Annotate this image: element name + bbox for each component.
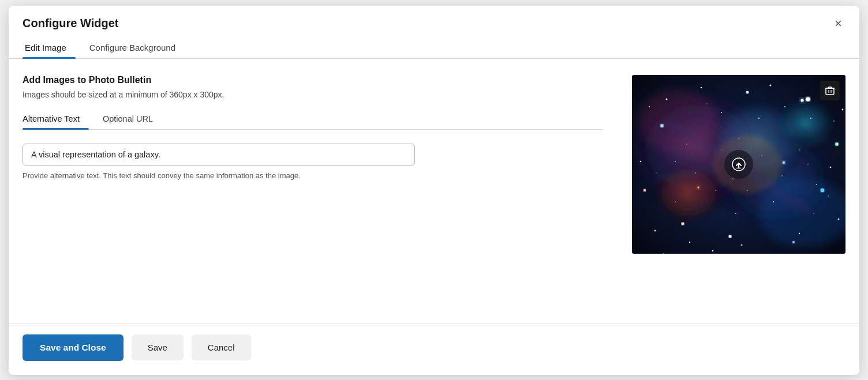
upload-image-button[interactable] — [724, 150, 753, 179]
trash-icon — [825, 85, 835, 96]
modal-header: Configure Widget × — [9, 6, 859, 31]
svg-point-52 — [813, 213, 814, 213]
alt-text-input[interactable] — [23, 144, 415, 165]
svg-point-20 — [769, 84, 771, 86]
svg-point-9 — [806, 97, 810, 101]
right-panel — [626, 75, 845, 312]
svg-point-38 — [735, 213, 736, 214]
tab-edit-image[interactable]: Edit Image — [23, 38, 76, 58]
svg-point-28 — [640, 160, 642, 162]
svg-point-16 — [728, 235, 731, 238]
svg-point-23 — [830, 166, 832, 168]
save-button[interactable]: Save — [132, 334, 184, 360]
sub-tab-alternative-text[interactable]: Alternative Text — [23, 111, 89, 129]
svg-point-30 — [712, 250, 713, 251]
svg-point-18 — [665, 98, 667, 100]
svg-point-45 — [686, 144, 687, 144]
svg-point-60 — [800, 99, 803, 101]
image-container — [632, 75, 845, 254]
svg-point-42 — [833, 121, 835, 122]
svg-point-21 — [810, 117, 811, 118]
svg-point-31 — [675, 161, 676, 162]
svg-point-62 — [697, 186, 699, 188]
svg-point-53 — [675, 201, 675, 202]
modal-footer: Save and Close Save Cancel — [9, 323, 859, 375]
svg-point-25 — [799, 232, 800, 234]
svg-point-22 — [842, 108, 844, 110]
svg-point-37 — [773, 201, 774, 202]
svg-point-43 — [649, 106, 650, 107]
svg-point-12 — [681, 222, 684, 225]
svg-point-27 — [689, 241, 690, 242]
configure-widget-modal: Configure Widget × Edit Image Configure … — [9, 6, 859, 375]
sub-tabs-row: Alternative Text Optional URL — [23, 111, 603, 130]
upload-icon — [732, 157, 746, 171]
svg-point-51 — [828, 195, 828, 196]
svg-point-58 — [783, 161, 785, 164]
svg-point-15 — [643, 189, 646, 191]
svg-point-24 — [837, 218, 839, 220]
svg-point-14 — [835, 142, 839, 146]
tab-configure-background[interactable]: Configure Background — [87, 38, 185, 58]
modal-title: Configure Widget — [23, 17, 118, 30]
svg-point-10 — [660, 124, 664, 127]
left-panel: Add Images to Photo Bulletin Images shou… — [23, 75, 603, 312]
tabs-row: Edit Image Configure Background — [9, 31, 859, 59]
svg-point-47 — [732, 178, 733, 179]
svg-point-32 — [721, 112, 722, 113]
svg-point-11 — [821, 188, 824, 191]
svg-point-13 — [746, 91, 749, 93]
svg-point-39 — [715, 190, 716, 191]
svg-point-34 — [758, 118, 760, 119]
section-title: Add Images to Photo Bulletin — [23, 75, 603, 85]
section-subtitle: Images should be sized at a minimum of 3… — [23, 90, 603, 99]
svg-point-19 — [701, 86, 702, 88]
save-and-close-button[interactable]: Save and Close — [23, 334, 124, 361]
cancel-button[interactable]: Cancel — [192, 334, 251, 360]
svg-rect-63 — [826, 88, 834, 95]
svg-point-41 — [816, 184, 817, 185]
modal-body: Add Images to Photo Bulletin Images shou… — [9, 59, 859, 323]
svg-point-49 — [781, 175, 782, 176]
svg-point-26 — [741, 244, 743, 246]
svg-point-29 — [654, 229, 656, 231]
input-hint: Provide alternative text. This text shou… — [23, 171, 603, 180]
sub-tab-optional-url[interactable]: Optional URL — [103, 111, 162, 129]
delete-image-button[interactable] — [820, 81, 840, 100]
svg-point-55 — [747, 190, 747, 190]
svg-point-54 — [656, 172, 656, 173]
svg-point-50 — [807, 164, 808, 164]
close-button[interactable]: × — [831, 16, 845, 31]
svg-point-33 — [738, 138, 739, 139]
svg-point-35 — [784, 106, 785, 107]
svg-point-46 — [706, 103, 707, 104]
svg-point-17 — [792, 241, 795, 243]
